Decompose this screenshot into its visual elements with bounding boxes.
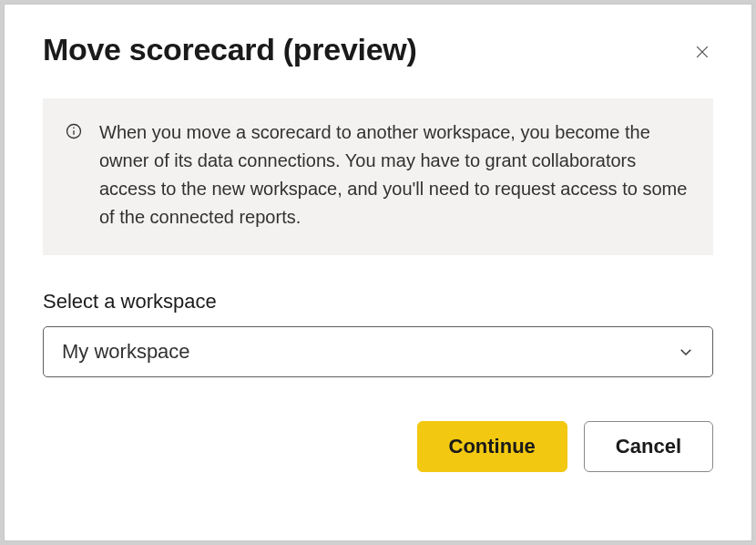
workspace-select-label: Select a workspace	[43, 290, 713, 314]
dialog-button-row: Continue Cancel	[43, 421, 713, 472]
continue-button[interactable]: Continue	[417, 421, 567, 472]
dialog-title: Move scorecard (preview)	[43, 32, 416, 67]
info-banner-text: When you move a scorecard to another wor…	[99, 118, 688, 231]
info-icon	[65, 122, 83, 144]
close-icon	[693, 43, 711, 64]
cancel-button[interactable]: Cancel	[584, 421, 713, 472]
workspace-select[interactable]: My workspace	[43, 326, 713, 377]
workspace-select-value: My workspace	[62, 340, 190, 364]
close-button[interactable]	[688, 37, 717, 69]
chevron-down-icon	[678, 344, 694, 360]
move-scorecard-dialog: Move scorecard (preview) When you move a…	[4, 4, 752, 541]
info-banner: When you move a scorecard to another wor…	[43, 98, 713, 255]
dialog-header: Move scorecard (preview)	[43, 32, 713, 69]
svg-point-4	[73, 128, 75, 129]
